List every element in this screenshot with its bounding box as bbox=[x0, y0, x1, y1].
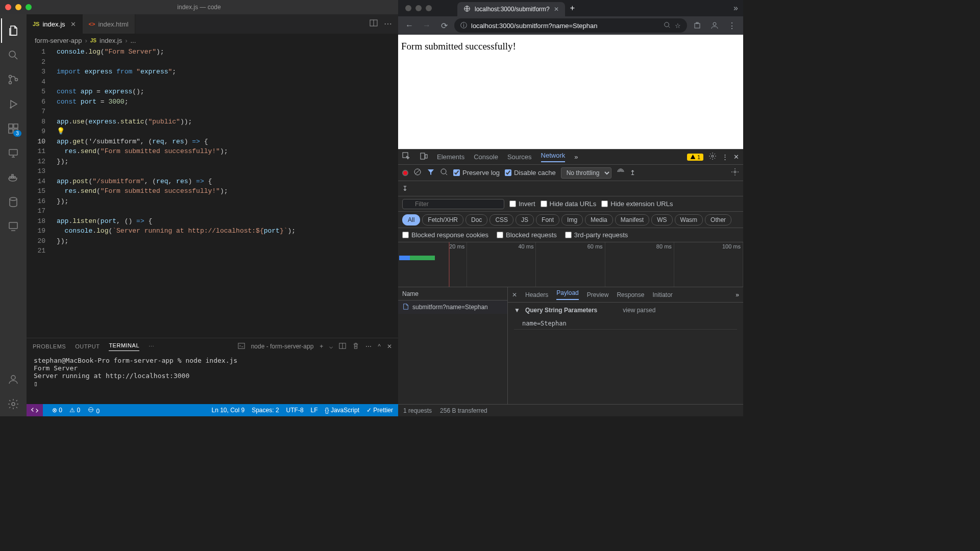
search-network-icon[interactable] bbox=[440, 168, 448, 178]
expand-tabs-icon[interactable]: » bbox=[728, 4, 743, 13]
blocked-cookies-checkbox[interactable]: Blocked response cookies bbox=[402, 231, 488, 239]
throttling-select[interactable]: No throttling bbox=[561, 167, 611, 179]
address-bar[interactable]: ⓘ localhost:3000/submitform?name=Stephan… bbox=[454, 18, 687, 33]
remote-icon[interactable] bbox=[1, 141, 26, 165]
devtools-tab-elements[interactable]: Elements bbox=[437, 153, 464, 161]
preserve-log-checkbox[interactable]: Preserve log bbox=[453, 169, 500, 177]
type-filter-other[interactable]: Other bbox=[705, 214, 731, 226]
source-control-icon[interactable] bbox=[1, 67, 26, 92]
detail-tab-preview[interactable]: Preview bbox=[587, 291, 609, 298]
more-terminal-icon[interactable]: ⋯ bbox=[365, 343, 372, 350]
type-filter-media[interactable]: Media bbox=[585, 214, 613, 226]
chrome-menu-icon[interactable]: ⋮ bbox=[725, 18, 739, 33]
remote-indicator[interactable] bbox=[27, 404, 43, 416]
terminal-output[interactable]: stephan@MacBook-Pro form-server-app % no… bbox=[27, 355, 398, 404]
code-content[interactable]: console.log("Form Server"); import expre… bbox=[55, 47, 398, 338]
third-party-checkbox[interactable]: 3rd-party requests bbox=[565, 231, 628, 239]
detail-tab-initiator[interactable]: Initiator bbox=[652, 291, 672, 298]
account-icon[interactable] bbox=[1, 367, 26, 392]
status-lang[interactable]: {} JavaScript bbox=[325, 407, 359, 414]
hide-extension-urls-checkbox[interactable]: Hide extension URLs bbox=[601, 200, 673, 208]
inspect-icon[interactable] bbox=[402, 152, 410, 162]
search-icon[interactable] bbox=[1, 43, 26, 67]
forward-button[interactable]: → bbox=[420, 18, 434, 33]
terminal-task-label[interactable]: node - form-server-app bbox=[251, 343, 314, 350]
close-panel-icon[interactable]: ✕ bbox=[387, 343, 392, 350]
close-tab-icon[interactable]: ✕ bbox=[554, 6, 559, 13]
new-tab-button[interactable]: + bbox=[565, 4, 580, 13]
close-tab-icon[interactable]: ✕ bbox=[70, 20, 76, 28]
close-window-button[interactable] bbox=[5, 4, 11, 10]
bookmark-star-icon[interactable]: ☆ bbox=[675, 22, 681, 30]
minimize-window-button[interactable] bbox=[415, 5, 422, 11]
split-terminal-icon[interactable] bbox=[339, 342, 346, 351]
detail-tab-payload[interactable]: Payload bbox=[556, 289, 578, 300]
reload-button[interactable]: ⟳ bbox=[437, 18, 451, 33]
network-settings-icon[interactable] bbox=[731, 168, 739, 178]
panel-tab-terminal[interactable]: TERMINAL bbox=[109, 342, 139, 351]
devtools-tab-sources[interactable]: Sources bbox=[507, 153, 532, 161]
new-terminal-icon[interactable]: + bbox=[320, 343, 323, 350]
kill-terminal-icon[interactable] bbox=[352, 342, 359, 351]
type-filter-css[interactable]: CSS bbox=[489, 214, 513, 226]
devtools-tab-network[interactable]: Network bbox=[541, 152, 566, 162]
more-detail-tabs-icon[interactable]: » bbox=[736, 291, 739, 298]
type-filter-fetchxhr[interactable]: Fetch/XHR bbox=[422, 214, 463, 226]
timeline[interactable]: 20 ms40 ms60 ms80 ms100 ms bbox=[398, 242, 743, 287]
type-filter-ws[interactable]: WS bbox=[651, 214, 672, 226]
type-filter-doc[interactable]: Doc bbox=[465, 214, 487, 226]
request-row[interactable]: submitform?name=Stephan bbox=[398, 300, 507, 314]
payload-section-header[interactable]: ▼ Query String Parameters view parsed bbox=[514, 307, 737, 314]
detail-tab-headers[interactable]: Headers bbox=[525, 291, 548, 298]
explorer-icon[interactable] bbox=[1, 18, 26, 43]
more-tabs-icon[interactable]: » bbox=[574, 153, 578, 161]
record-button[interactable] bbox=[402, 170, 408, 176]
code-editor[interactable]: 123456789101112131415161718192021 consol… bbox=[27, 47, 398, 338]
hide-data-urls-checkbox[interactable]: Hide data URLs bbox=[541, 200, 597, 208]
view-parsed-link[interactable]: view parsed bbox=[623, 307, 655, 314]
status-eol[interactable]: LF bbox=[311, 407, 318, 414]
close-window-button[interactable] bbox=[405, 5, 411, 11]
more-panel-icon[interactable]: ⋯ bbox=[149, 343, 154, 350]
browser-tab[interactable]: localhost:3000/submitform? ✕ bbox=[457, 2, 565, 16]
more-actions-icon[interactable]: ⋯ bbox=[384, 19, 392, 29]
close-detail-icon[interactable]: ✕ bbox=[512, 291, 517, 298]
network-conditions-icon[interactable] bbox=[617, 168, 625, 178]
zoom-icon[interactable] bbox=[664, 21, 671, 30]
type-filter-js[interactable]: JS bbox=[516, 214, 534, 226]
tab-index-html[interactable]: <> index.html bbox=[83, 14, 135, 34]
remote-explorer-icon[interactable] bbox=[1, 214, 26, 239]
devtools-settings-icon[interactable] bbox=[708, 152, 717, 162]
type-filter-wasm[interactable]: Wasm bbox=[675, 214, 703, 226]
type-filter-font[interactable]: Font bbox=[536, 214, 559, 226]
device-toggle-icon[interactable] bbox=[420, 152, 428, 162]
filter-input[interactable] bbox=[402, 199, 504, 209]
minimize-window-button[interactable] bbox=[15, 4, 21, 10]
warnings-badge[interactable]: 1 bbox=[687, 154, 703, 161]
panel-tab-problems[interactable]: PROBLEMS bbox=[33, 343, 66, 349]
tab-index-js[interactable]: JS index.js ✕ bbox=[27, 14, 83, 34]
detail-tab-response[interactable]: Response bbox=[617, 291, 644, 298]
site-info-icon[interactable]: ⓘ bbox=[460, 21, 467, 30]
blocked-requests-checkbox[interactable]: Blocked requests bbox=[497, 231, 557, 239]
breadcrumb[interactable]: form-server-app › JS index.js › ... bbox=[27, 34, 398, 47]
back-button[interactable]: ← bbox=[402, 18, 416, 33]
panel-tab-output[interactable]: OUTPUT bbox=[75, 343, 100, 349]
type-filter-manifest[interactable]: Manifest bbox=[615, 214, 649, 226]
status-cursor[interactable]: Ln 10, Col 9 bbox=[211, 407, 244, 414]
status-port[interactable]: 0 bbox=[87, 406, 100, 415]
status-encoding[interactable]: UTF-8 bbox=[286, 407, 304, 414]
filter-toggle-icon[interactable] bbox=[427, 168, 435, 178]
disable-cache-checkbox[interactable]: Disable cache bbox=[505, 169, 556, 177]
status-errors[interactable]: ⊗ 0 bbox=[52, 407, 62, 414]
devtools-tab-console[interactable]: Console bbox=[474, 153, 498, 161]
status-prettier[interactable]: ✓ Prettier bbox=[366, 407, 393, 414]
type-filter-img[interactable]: Img bbox=[561, 214, 583, 226]
clear-icon[interactable] bbox=[413, 168, 422, 178]
maximize-window-button[interactable] bbox=[426, 5, 432, 11]
sqlite-icon[interactable] bbox=[1, 190, 26, 214]
extensions-icon[interactable]: 3 bbox=[1, 116, 26, 141]
invert-checkbox[interactable]: Invert bbox=[509, 200, 535, 208]
terminal-dropdown-icon[interactable]: ⌵ bbox=[329, 343, 333, 350]
status-spaces[interactable]: Spaces: 2 bbox=[252, 407, 279, 414]
